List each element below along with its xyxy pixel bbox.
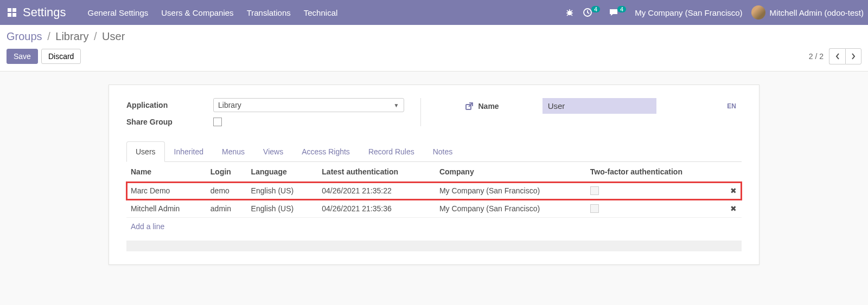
- twofa-checkbox: [590, 186, 599, 195]
- tab-notes[interactable]: Notes: [424, 141, 462, 162]
- share-group-checkbox[interactable]: [213, 118, 222, 126]
- col-name[interactable]: Name: [126, 162, 206, 182]
- col-latest-auth[interactable]: Latest authentication: [317, 162, 435, 182]
- breadcrumb-sep: /: [47, 30, 50, 42]
- cell-login: demo: [206, 182, 247, 200]
- tab-menus[interactable]: Menus: [213, 141, 254, 162]
- cell-name: Mitchell Admin: [126, 200, 206, 218]
- pager-prev[interactable]: [829, 48, 845, 64]
- name-label: Name: [478, 102, 499, 111]
- app-brand: Settings: [23, 5, 66, 20]
- svg-line-3: [571, 10, 572, 11]
- messages-icon[interactable]: 4: [609, 8, 626, 17]
- user-name: Mitchell Admin (odoo-test): [770, 8, 864, 17]
- breadcrumb-root[interactable]: Groups: [7, 30, 42, 42]
- nav-links: General Settings Users & Companies Trans…: [88, 8, 338, 17]
- svg-line-7: [571, 15, 572, 16]
- cell-twofa: [586, 200, 725, 218]
- user-menu[interactable]: Mitchell Admin (odoo-test): [751, 5, 864, 20]
- nav-link-users-companies[interactable]: Users & Companies: [161, 8, 233, 17]
- close-icon: ✖: [730, 186, 737, 195]
- tabs: Users Inherited Menus Views Access Right…: [126, 141, 742, 162]
- debug-icon[interactable]: [565, 8, 574, 17]
- tab-record-rules[interactable]: Record Rules: [359, 141, 424, 162]
- tab-inherited[interactable]: Inherited: [165, 141, 213, 162]
- cell-name: Marc Demo: [126, 182, 206, 200]
- cell-company: My Company (San Francisco): [435, 182, 586, 200]
- apps-menu-icon[interactable]: [7, 7, 17, 18]
- share-group-label: Share Group: [126, 118, 213, 126]
- company-switcher[interactable]: My Company (San Francisco): [635, 8, 742, 17]
- tab-views[interactable]: Views: [254, 141, 292, 162]
- nav-link-translations[interactable]: Translations: [247, 8, 291, 17]
- control-panel: Groups / Library / User Save Discard 2 /…: [0, 25, 868, 72]
- col-twofa[interactable]: Two-factor authentication: [586, 162, 725, 182]
- nav-link-technical[interactable]: Technical: [304, 8, 338, 17]
- col-language[interactable]: Language: [247, 162, 318, 182]
- chevron-left-icon: [835, 53, 840, 60]
- table-row[interactable]: Marc DemodemoEnglish (US)04/26/2021 21:3…: [126, 182, 742, 200]
- pager: 2 / 2: [809, 48, 861, 64]
- application-label: Application: [126, 101, 213, 109]
- users-table: Name Login Language Latest authenticatio…: [126, 162, 742, 218]
- external-link-icon[interactable]: [464, 101, 474, 111]
- messages-badge: 4: [617, 6, 626, 12]
- table-scrollbar-track: [126, 241, 742, 251]
- col-login[interactable]: Login: [206, 162, 247, 182]
- row-delete[interactable]: ✖: [725, 182, 742, 200]
- activities-icon[interactable]: 4: [583, 8, 600, 17]
- tab-users[interactable]: Users: [126, 141, 165, 162]
- twofa-checkbox: [590, 204, 599, 213]
- cell-auth: 04/26/2021 21:35:36: [317, 200, 435, 218]
- lang-indicator[interactable]: EN: [727, 102, 736, 110]
- pager-value: 2 / 2: [809, 52, 824, 61]
- nav-link-general-settings[interactable]: General Settings: [88, 8, 149, 17]
- tab-access-rights[interactable]: Access Rights: [292, 141, 359, 162]
- breadcrumb-current: User: [102, 30, 125, 42]
- svg-line-6: [567, 15, 568, 16]
- breadcrumb-sep: /: [94, 30, 97, 42]
- form-sheet: Application Library ▼ Share Group: [108, 85, 760, 265]
- chevron-right-icon: [851, 53, 856, 60]
- navbar: Settings General Settings Users & Compan…: [0, 0, 868, 25]
- add-line[interactable]: Add a line: [126, 218, 742, 235]
- discard-button[interactable]: Discard: [41, 49, 81, 64]
- table-row[interactable]: Mitchell AdminadminEnglish (US)04/26/202…: [126, 200, 742, 218]
- close-icon: ✖: [730, 204, 737, 213]
- activities-badge: 4: [591, 6, 600, 12]
- svg-line-2: [567, 10, 568, 11]
- cell-twofa: [586, 182, 725, 200]
- cell-login: admin: [206, 200, 247, 218]
- pager-next[interactable]: [845, 48, 861, 64]
- row-delete[interactable]: ✖: [725, 200, 742, 218]
- caret-down-icon: ▼: [394, 102, 399, 108]
- avatar: [751, 5, 765, 20]
- col-company[interactable]: Company: [435, 162, 586, 182]
- application-select[interactable]: Library ▼: [213, 98, 404, 112]
- cell-auth: 04/26/2021 21:35:22: [317, 182, 435, 200]
- application-value: Library: [218, 101, 241, 109]
- name-input[interactable]: [542, 98, 656, 114]
- svg-point-0: [567, 11, 572, 15]
- breadcrumb-middle: Library: [55, 30, 88, 42]
- cell-language: English (US): [247, 182, 318, 200]
- cell-language: English (US): [247, 200, 318, 218]
- save-button[interactable]: Save: [7, 49, 38, 64]
- breadcrumb: Groups / Library / User: [7, 30, 861, 43]
- cell-company: My Company (San Francisco): [435, 200, 586, 218]
